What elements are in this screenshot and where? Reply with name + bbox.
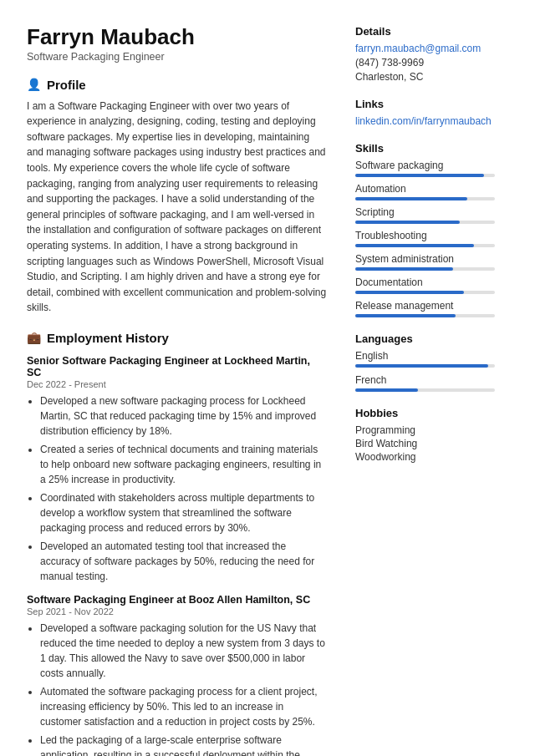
hobby-item: Woodworking (355, 451, 495, 463)
profile-section-heading: 👤 Profile (27, 78, 327, 92)
hobby-item: Programming (355, 424, 495, 436)
skill-label: Automation (355, 183, 495, 195)
language-bar-bg (355, 388, 495, 392)
skill-label: Software packaging (355, 160, 495, 171)
skill-label: Troubleshooting (355, 230, 495, 241)
resume-page: Farryn Maubach Software Packaging Engine… (0, 0, 535, 756)
list-item: Developed an automated testing tool that… (40, 539, 327, 584)
language-item: French (355, 374, 495, 392)
skill-bar-bg (355, 244, 495, 247)
list-item: Led the packaging of a large-scale enter… (40, 733, 327, 756)
skill-item: Release management (355, 300, 495, 317)
skill-bar-bg (355, 197, 495, 200)
left-column: Farryn Maubach Software Packaging Engine… (0, 25, 347, 756)
location: Charleston, SC (355, 71, 495, 83)
list-item: Automated the software packaging process… (40, 684, 327, 729)
language-item: English (355, 350, 495, 368)
right-column: Details farryn.maubach@gmail.com (847) 7… (347, 25, 510, 756)
hobbies-container: ProgrammingBird WatchingWoodworking (355, 424, 495, 463)
phone: (847) 738-9969 (355, 57, 495, 68)
job-date: Sep 2021 - Nov 2022 (27, 606, 327, 616)
skill-item: Scripting (355, 206, 495, 224)
employment-section-heading: 💼 Employment History (27, 331, 327, 345)
skill-bar-bg (355, 174, 495, 177)
language-label: French (355, 374, 495, 386)
linkedin-link[interactable]: linkedin.com/in/farrynmaubach (355, 115, 495, 127)
skill-item: Troubleshooting (355, 230, 495, 247)
candidate-title: Software Packaging Engineer (27, 51, 327, 63)
list-item: Coordinated with stakeholders across mul… (40, 490, 327, 535)
skill-bar-fill (355, 291, 464, 294)
skill-item: Automation (355, 183, 495, 200)
skill-item: Software packaging (355, 160, 495, 177)
skill-bar-fill (355, 174, 484, 177)
languages-heading: Languages (355, 332, 495, 345)
skill-label: Scripting (355, 206, 495, 218)
skill-label: Documentation (355, 277, 495, 288)
list-item: Developed a new software packaging proce… (40, 393, 327, 439)
skill-item: Documentation (355, 277, 495, 294)
job-entry: Software Packaging Engineer at Booz Alle… (27, 594, 327, 756)
skill-item: System administration (355, 253, 495, 271)
languages-container: EnglishFrench (355, 350, 495, 392)
skills-heading: Skills (355, 142, 495, 155)
list-item: Created a series of technical documents … (40, 442, 327, 487)
skill-bar-bg (355, 314, 495, 317)
skill-bar-fill (355, 267, 453, 271)
job-title: Software Packaging Engineer at Booz Alle… (27, 594, 327, 606)
language-bar-bg (355, 364, 495, 368)
hobbies-heading: Hobbies (355, 407, 495, 419)
skill-bar-bg (355, 221, 495, 224)
language-bar-fill (355, 364, 488, 368)
candidate-name: Farryn Maubach (27, 25, 327, 49)
email-link[interactable]: farryn.maubach@gmail.com (355, 43, 495, 54)
skill-label: System administration (355, 253, 495, 265)
job-bullets: Developed a new software packaging proce… (27, 393, 327, 584)
jobs-container: Senior Software Packaging Engineer at Lo… (27, 355, 327, 756)
skill-bar-fill (355, 221, 460, 224)
job-entry: Senior Software Packaging Engineer at Lo… (27, 355, 327, 584)
skills-container: Software packagingAutomationScriptingTro… (355, 160, 495, 317)
skill-label: Release management (355, 300, 495, 312)
job-bullets: Developed a software packaging solution … (27, 621, 327, 756)
skill-bar-bg (355, 291, 495, 294)
job-title: Senior Software Packaging Engineer at Lo… (27, 355, 327, 378)
language-bar-fill (355, 388, 418, 392)
hobby-item: Bird Watching (355, 438, 495, 449)
skill-bar-bg (355, 267, 495, 271)
profile-text: I am a Software Packaging Engineer with … (27, 99, 327, 316)
job-date: Dec 2022 - Present (27, 379, 327, 389)
details-heading: Details (355, 25, 495, 38)
employment-icon: 💼 (27, 331, 41, 344)
skill-bar-fill (355, 244, 474, 247)
skill-bar-fill (355, 314, 456, 317)
list-item: Developed a software packaging solution … (40, 621, 327, 681)
language-label: English (355, 350, 495, 362)
profile-icon: 👤 (27, 78, 41, 91)
links-heading: Links (355, 98, 495, 110)
skill-bar-fill (355, 197, 467, 200)
